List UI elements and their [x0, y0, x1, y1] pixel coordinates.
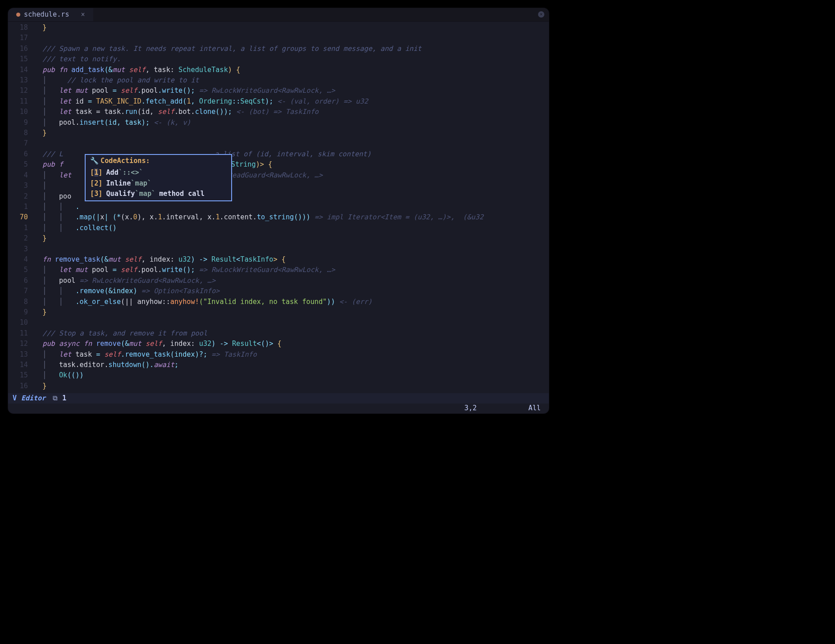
code-action-item-1[interactable]: [1]Add `::<>` — [86, 168, 231, 178]
gutter-line: 18 — [8, 23, 34, 33]
wrench-icon: 🔧 — [90, 157, 99, 165]
mode-label: Editor — [21, 393, 46, 404]
modified-dot-icon — [16, 13, 20, 17]
code-actions-popup[interactable]: 🔧CodeActions: [1]Add `::<>` [2]Inline `m… — [85, 154, 232, 201]
editor-window: schedule.rs × × 18 } 17 16 /// Spawn a n… — [8, 8, 549, 413]
tab-filename: schedule.rs — [24, 9, 69, 20]
mode-icon: V — [13, 393, 17, 404]
popup-title: 🔧CodeActions: — [86, 156, 231, 168]
split-icon: ⧉ — [53, 393, 58, 404]
tab-bar: schedule.rs × — [8, 8, 549, 22]
code-area[interactable]: 18 } 17 16 /// Spawn a new task. It need… — [8, 22, 549, 391]
cursor-position: 3,2 — [465, 403, 477, 413]
status-line: V Editor ⧉ 1 — [8, 393, 549, 404]
tab-close-icon[interactable]: × — [81, 9, 85, 20]
split-count: 1 — [62, 393, 66, 404]
scroll-indicator: All — [529, 403, 541, 413]
code-editor[interactable]: 18 } 17 16 /// Spawn a new task. It need… — [8, 22, 549, 391]
code-action-item-3[interactable]: [3]Qualify `map` method call — [86, 189, 231, 199]
tab-schedule-rs[interactable]: schedule.rs × — [8, 8, 93, 21]
code-action-item-2[interactable]: [2]Inline `map` — [86, 178, 231, 189]
window-close-icon[interactable]: × — [538, 11, 544, 18]
command-line: 3,2 All — [8, 404, 549, 413]
